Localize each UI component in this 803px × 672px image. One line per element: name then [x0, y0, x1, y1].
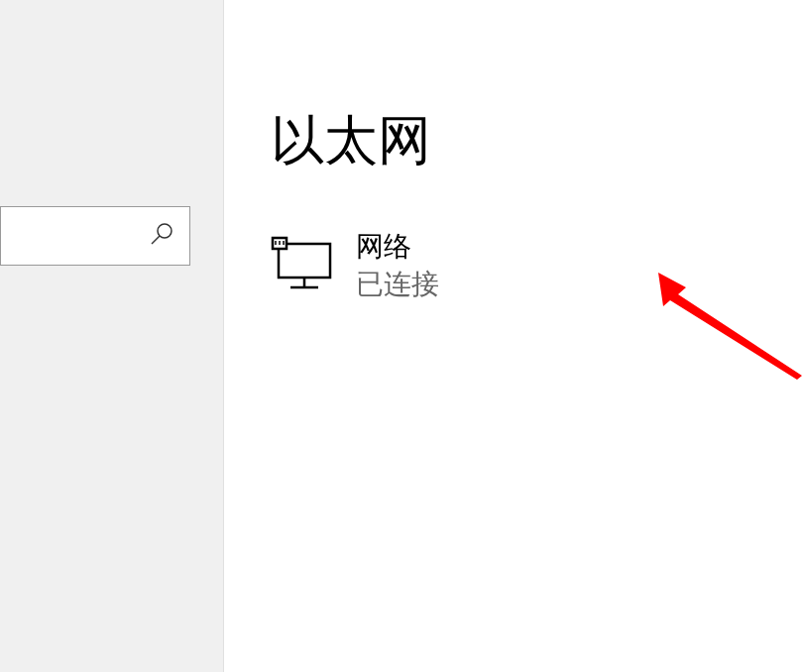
network-connection-item[interactable]: 网络 已连接	[271, 228, 803, 303]
search-box[interactable]	[0, 206, 190, 266]
network-name: 网络	[356, 228, 439, 266]
network-status: 已连接	[356, 266, 439, 303]
settings-sidebar	[0, 0, 224, 672]
main-content: 以太网 网络 已连接	[224, 0, 803, 672]
network-text-group: 网络 已连接	[356, 228, 439, 303]
search-input[interactable]	[0, 225, 149, 248]
ethernet-icon	[271, 236, 338, 295]
page-title: 以太网	[271, 105, 803, 174]
svg-point-0	[158, 224, 172, 238]
search-icon	[149, 221, 174, 251]
svg-line-1	[152, 236, 160, 244]
